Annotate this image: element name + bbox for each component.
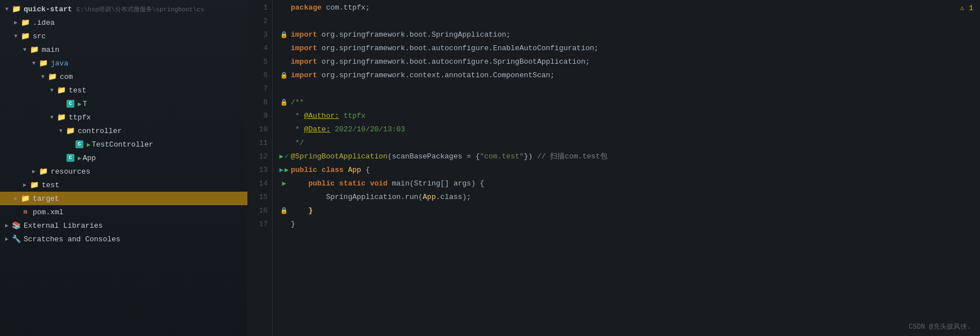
xml-icon: m [20, 207, 30, 217]
gutter-8: 🔒 [277, 96, 291, 109]
run-badge: ▶ [87, 141, 91, 148]
scratches-icon: 🔧 [11, 234, 21, 244]
folder-icon: 📁 [20, 31, 30, 41]
editor-content: ⚠ 1 1 2 3 4 5 6 7 8 9 10 11 12 13 14 15 … [248, 0, 980, 336]
sidebar: ▼ 📁 quick-start E:\hsp培训\分布式微服务\springbo… [0, 0, 248, 336]
tree-item-main[interactable]: ▼ 📁 main [0, 43, 247, 56]
code-line-8: 🔒 /** [277, 96, 980, 109]
tree-item-test-dir[interactable]: ▶ 📁 test [0, 178, 247, 192]
debug-icon[interactable]: ✓ [285, 150, 289, 163]
folder-icon: 📁 [56, 112, 66, 122]
run-icon[interactable]: ▶ [285, 163, 289, 177]
chevron-down-icon: ▼ [47, 86, 56, 95]
chevron-right-icon: ▶ [29, 167, 38, 176]
tree-item-testcontroller[interactable]: ▶ C ▶ TestController [0, 138, 247, 151]
chevron-right-icon: ▶ [2, 221, 11, 230]
code-line-17: } [277, 218, 980, 231]
code-line-15: SpringApplication.run(App.class); [277, 191, 980, 204]
warning-badge: ⚠ 1 [960, 3, 973, 12]
code-area[interactable]: 1 2 3 4 5 6 7 8 9 10 11 12 13 14 15 16 1… [248, 0, 980, 336]
tree-item-scratches[interactable]: ▶ 🔧 Scratches and Consoles [0, 232, 247, 246]
code-line-7 [277, 82, 980, 96]
code-line-9: * @Author: ttpfx [277, 109, 980, 123]
chevron-down-icon: ▼ [29, 59, 38, 68]
chevron-down-icon: ▼ [38, 72, 47, 81]
code-line-3: 🔒 import org.springframework.boot.Spring… [277, 28, 980, 42]
code-line-13: ▶ ▶ public class App { [277, 163, 980, 177]
gutter-13: ▶ ▶ [277, 163, 291, 177]
chevron-down-icon: ▼ [47, 113, 56, 122]
tree-item-target[interactable]: ▶ 📁 target [0, 192, 247, 205]
chevron-right-icon: ▶ [11, 194, 20, 203]
tree-item-ttpfx[interactable]: ▼ 📁 ttpfx [0, 110, 247, 124]
code-lines[interactable]: package com.ttpfx; 🔒 import org.springfr… [273, 0, 980, 336]
tree-item-resources[interactable]: ▶ 📁 resources [0, 165, 247, 178]
gutter-14: ▶ [277, 177, 291, 191]
code-line-2 [277, 15, 980, 28]
gutter-3: 🔒 [277, 28, 291, 42]
run-icon[interactable]: ▶ [280, 150, 283, 163]
watermark: CSDN @充头披风侠. [909, 322, 971, 331]
code-line-4: import org.springframework.boot.autoconf… [277, 42, 980, 55]
tree-item-quick-start[interactable]: ▼ 📁 quick-start E:\hsp培训\分布式微服务\springbo… [0, 2, 247, 16]
code-line-10: * @Date: 2022/10/20/13:03 [277, 123, 980, 136]
tree-item-src[interactable]: ▼ 📁 src [0, 29, 247, 43]
tree-item-app[interactable]: ▶ C ▶ App [0, 151, 247, 165]
tree-item-T[interactable]: ▶ C ▶ T [0, 97, 247, 110]
class-c-icon: C [65, 153, 76, 163]
folder-yellow-icon: 📁 [20, 193, 30, 204]
folder-icon: 📁 [29, 180, 39, 190]
code-line-5: import org.springframework.boot.autoconf… [277, 55, 980, 69]
code-line-6: 🔒 import org.springframework.context.ann… [277, 69, 980, 82]
tree-item-external-libraries[interactable]: ▶ 📚 External Libraries [0, 219, 247, 232]
class-c-icon: C [65, 99, 76, 109]
chevron-down-icon: ▼ [56, 126, 65, 135]
chevron-down-icon: ▼ [20, 45, 29, 54]
line-numbers: 1 2 3 4 5 6 7 8 9 10 11 12 13 14 15 16 1… [248, 0, 273, 336]
class-c-icon: C [74, 139, 85, 149]
chevron-right-icon: ▶ [2, 235, 11, 244]
tree-item-idea[interactable]: ▶ 📁 .idea [0, 16, 247, 29]
gutter-16: 🔒 [277, 204, 291, 218]
folder-icon: 📁 [47, 72, 57, 82]
folder-icon: 📁 [29, 45, 39, 55]
tree-item-test-pkg[interactable]: ▼ 📁 test [0, 83, 247, 97]
code-line-14: ▶ public static void main(String[] args)… [277, 177, 980, 191]
code-line-16: 🔒 } [277, 204, 980, 218]
gutter-6: 🔒 [277, 69, 291, 82]
file-tree[interactable]: ▼ 📁 quick-start E:\hsp培训\分布式微服务\springbo… [0, 0, 247, 336]
code-editor: ⚠ 1 1 2 3 4 5 6 7 8 9 10 11 12 13 14 15 … [248, 0, 980, 336]
folder-icon: 📁 [56, 85, 66, 95]
debug-icon[interactable]: ▶ [280, 163, 283, 177]
code-line-11: */ [277, 136, 980, 150]
tree-item-controller[interactable]: ▼ 📁 controller [0, 124, 247, 138]
run-badge: ▶ [78, 154, 82, 162]
code-line-1: package com.ttpfx; [277, 1, 980, 15]
folder-icon: 📁 [11, 4, 21, 14]
folder-icon: 📁 [38, 166, 48, 176]
folder-icon: 📁 [20, 17, 30, 28]
run-icon[interactable]: ▶ [282, 177, 286, 191]
code-line-12: ▶ ✓ @SpringBootApplication(scanBasePacka… [277, 150, 980, 163]
java-folder-icon: 📁 [38, 58, 48, 68]
chevron-down-icon: ▼ [11, 32, 20, 41]
tree-item-java[interactable]: ▼ 📁 java [0, 56, 247, 70]
run-badge: ▶ [78, 100, 82, 108]
chevron-right-icon: ▶ [20, 180, 29, 189]
chevron-right-icon: ▶ [11, 18, 20, 27]
gutter-12: ▶ ✓ [277, 150, 291, 163]
tree-item-pom[interactable]: ▶ m pom.xml [0, 205, 247, 219]
folder-icon: 📁 [65, 126, 76, 136]
chevron-down-icon: ▼ [2, 5, 11, 14]
tree-item-com[interactable]: ▼ 📁 com [0, 70, 247, 83]
external-libraries-icon: 📚 [11, 220, 21, 231]
